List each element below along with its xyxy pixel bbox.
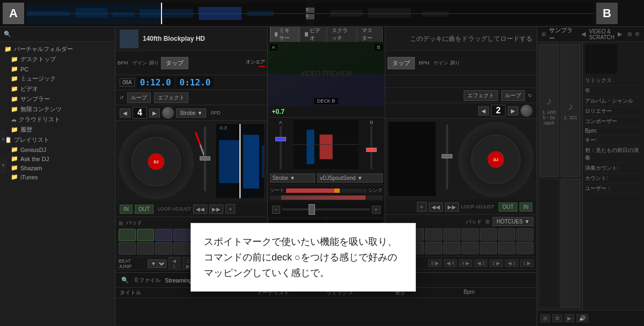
sampler-cell-3[interactable]	[539, 179, 559, 308]
sampler-prev[interactable]: ◀	[581, 31, 586, 38]
vinyl-b[interactable]: DJ	[458, 122, 533, 197]
sampler-bottom-btn-1[interactable]: ⊞	[540, 314, 550, 322]
pad-b-15[interactable]	[498, 242, 515, 254]
effect-btn-b[interactable]: エフェクト	[464, 90, 498, 101]
pad-a-11[interactable]	[155, 242, 172, 255]
search-icon[interactable]: 🔍	[2, 29, 13, 40]
loop-plus-btn-b[interactable]: +	[417, 202, 427, 212]
beat-next-4-b[interactable]: 4 ▶	[459, 259, 472, 267]
crossfader-handle[interactable]	[309, 204, 315, 215]
pad-b-8[interactable]	[516, 228, 533, 241]
sidebar-collapse-top[interactable]: ▲	[0, 131, 6, 147]
minus-btn-mixer[interactable]: −	[272, 206, 281, 214]
crossfader[interactable]	[282, 201, 369, 218]
pad-a-9[interactable]	[119, 242, 136, 255]
pitch-slider-b[interactable]	[439, 122, 455, 196]
waveform-zoom-b[interactable]: B	[306, 14, 314, 19]
mixer-tab-scratch[interactable]: スクラッチ	[327, 25, 356, 44]
beat-prev-1-b[interactable]: ◀ 1	[505, 259, 518, 267]
fader-handle-b[interactable]	[366, 148, 377, 152]
loop-knob-b[interactable]	[521, 105, 532, 117]
beat-prev-4-b[interactable]: ◀ 4	[444, 259, 457, 267]
tree-item-desktop[interactable]: 📁 デスクトップ	[6, 54, 115, 64]
crossfader-track[interactable]	[282, 208, 369, 211]
loop-nav-l-a[interactable]: ◀◀	[193, 205, 207, 214]
mixer-tab-video[interactable]: ビデオ	[300, 25, 326, 44]
sidebar-collapse-bottom[interactable]: ▼	[0, 157, 6, 173]
loop-next-btn-a[interactable]: ▶	[149, 108, 160, 118]
fader-handle-a[interactable]	[275, 137, 286, 141]
preview-window[interactable]: VIDEO PREVIEW A B DECK B	[268, 42, 385, 106]
tree-item-playlist[interactable]: 📋 プレイリスト	[0, 135, 115, 145]
beat-prev-2-b[interactable]: ◀ 2	[474, 259, 488, 267]
loop-in-btn-b[interactable]: IN	[519, 202, 532, 212]
tree-item-geniusdj[interactable]: 📁 GeniusDJ	[6, 145, 115, 154]
tree-item-music[interactable]: 📁 ミュージック	[6, 74, 115, 84]
tree-item-shazam[interactable]: 📁 Shazam	[6, 163, 115, 172]
plus-btn-mixer[interactable]: +	[372, 206, 380, 214]
loop-nav-r-a[interactable]: ▶▶	[209, 205, 223, 214]
loop-prev-btn-b[interactable]: ◀	[478, 106, 489, 115]
tree-item-itunes[interactable]: 📁 iTunes	[6, 172, 115, 182]
fader-track-b[interactable]	[370, 126, 372, 169]
tree-item-pc[interactable]: 📁 PC	[6, 64, 115, 74]
loop-out-btn-b[interactable]: OUT	[499, 202, 517, 212]
popup-box[interactable]: スポイトマークで使いたい機能を吸い取り、コマンドの前にdeck ○をつける感じで…	[191, 223, 416, 292]
pad-a-4[interactable]	[173, 229, 191, 241]
loop-prev-btn-a[interactable]: ◀	[120, 108, 130, 118]
pad-b-11[interactable]	[425, 242, 442, 254]
effect-btn-a[interactable]: エフェクト	[154, 92, 188, 103]
loop-in-btn-a[interactable]: IN	[120, 205, 133, 214]
pad-b-6[interactable]	[480, 228, 497, 241]
browser-search-icon[interactable]: 🔍	[120, 275, 130, 286]
fader-track-a[interactable]	[280, 126, 282, 169]
beat-next-2-b[interactable]: 2 ▶	[489, 259, 503, 267]
pad-a-12[interactable]	[173, 242, 191, 255]
beat-prev-1-a[interactable]: ◀ 1	[169, 257, 180, 270]
pad-b-7[interactable]	[498, 228, 515, 241]
pad-b-12[interactable]	[443, 242, 460, 254]
sampler-settings-icon[interactable]: ⚙	[635, 31, 640, 37]
pitch-track-a[interactable]	[204, 127, 206, 191]
loop-btn-b[interactable]: ループ	[501, 90, 525, 101]
sampler-cell-1[interactable]: ♪ 1. Ahhh - Scratch	[539, 44, 559, 177]
sampler-bottom-btn-3[interactable]: ▶	[565, 314, 574, 322]
loop-btn-a[interactable]: ループ	[127, 92, 151, 103]
loop-out-btn-a[interactable]: OUT	[135, 205, 153, 214]
mixer-tab-master[interactable]: マスター	[357, 25, 383, 44]
waveform-zoom-s[interactable]: S	[306, 8, 314, 13]
tree-item-virtual-folder[interactable]: 📁 バーチャルフォルダー	[0, 44, 115, 54]
tree-item-unlimited[interactable]: 📁 無限コンテンツ	[6, 104, 115, 114]
waveform-strip-a[interactable]: -0.3	[216, 124, 264, 198]
pad-b-14[interactable]	[480, 242, 497, 254]
tree-item-askdj[interactable]: 📁 Ask the DJ	[6, 154, 115, 163]
pad-b-16[interactable]	[516, 242, 533, 254]
pad-a-2[interactable]	[137, 229, 154, 241]
pitch-track-b[interactable]	[446, 125, 448, 189]
waveform-overview-b[interactable]	[314, 3, 594, 24]
pad-b-3[interactable]	[425, 228, 442, 241]
beat-next-1-b[interactable]: 1 ▶	[520, 259, 533, 267]
tree-item-sampler[interactable]: 📁 サンプラー	[6, 94, 115, 104]
sampler-grid-icon[interactable]: ⊞	[627, 31, 632, 37]
vinyl-a[interactable]: DJ	[119, 124, 194, 199]
browser-content[interactable]	[115, 298, 537, 325]
beat-jump-select-a[interactable]: ▼	[148, 259, 166, 268]
loop-plus-btn-a[interactable]: +	[225, 204, 235, 214]
pitch-handle-a[interactable]	[200, 156, 210, 161]
waveform-overview-a[interactable]	[27, 3, 306, 24]
loop-nav-l-b[interactable]: ◀◀	[429, 202, 443, 212]
sampler-volume-btn[interactable]: 🔊	[576, 314, 588, 322]
sampler-bottom-btn-2[interactable]: ⚙	[552, 314, 562, 322]
pitch-slider-a[interactable]	[197, 124, 213, 198]
beat-next-8-b[interactable]: 8 ▶	[428, 259, 442, 267]
pad-a-10[interactable]	[137, 242, 154, 255]
tree-item-video[interactable]: 📁 ビデオ	[6, 84, 115, 94]
tap-btn-b[interactable]: タップ	[387, 57, 415, 69]
tree-item-history[interactable]: 📁 履歴	[6, 125, 115, 135]
loop-nav-r-b[interactable]: ▶▶	[445, 202, 459, 212]
pad-b-4[interactable]	[443, 228, 460, 241]
loop-next-btn-b[interactable]: ▶	[508, 106, 518, 115]
pad-a-3[interactable]	[155, 229, 172, 241]
sampler-cell-2[interactable]: ♪ 2. 321	[561, 44, 580, 177]
